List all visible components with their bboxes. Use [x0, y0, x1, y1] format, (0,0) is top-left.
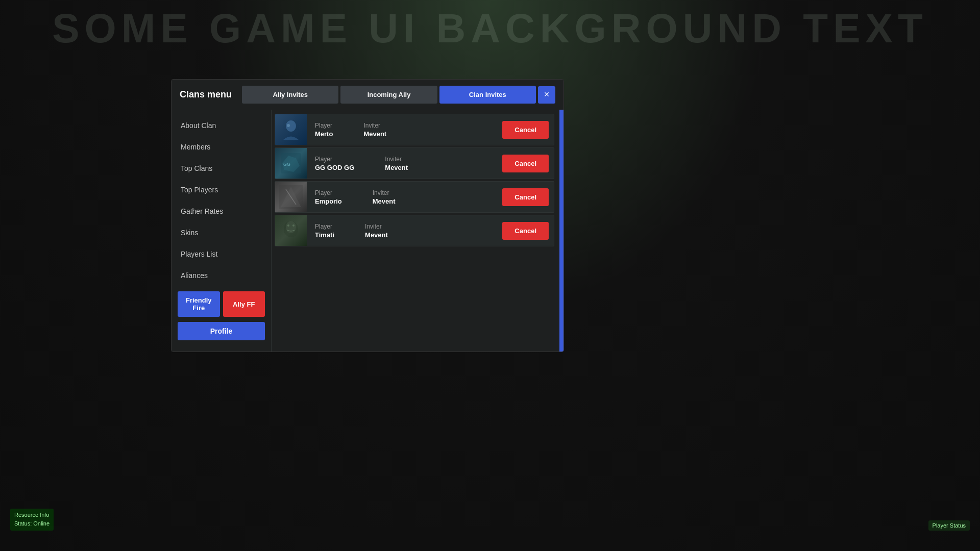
avatar [275, 114, 307, 145]
cancel-button[interactable]: Cancel [502, 121, 549, 139]
tab-ally-invites[interactable]: Ally Invites [242, 86, 338, 104]
inviter-name: Mevent [373, 197, 396, 205]
modal-title: Clans menu [180, 89, 242, 100]
svg-point-9 [287, 224, 289, 227]
invite-row: Player Timati Inviter Mevent Cancel [275, 215, 554, 246]
modal-tabs: Ally Invites Incoming Ally Clan Invites [242, 86, 536, 104]
cancel-button[interactable]: Cancel [502, 188, 549, 206]
player-label: Player [315, 156, 354, 163]
avatar-image-ggod: GG [275, 147, 307, 179]
svg-text:GG: GG [283, 162, 290, 167]
inviter-label: Inviter [363, 122, 386, 129]
modal-body: About Clan Members Top Clans Top Players… [172, 110, 564, 352]
player-name: Timati [315, 231, 334, 239]
inviter-name: Mevent [365, 231, 388, 239]
avatar [275, 181, 307, 213]
clans-modal: Clans menu Ally Invites Incoming Ally Cl… [171, 79, 564, 352]
invite-info: Player GG GOD GG Inviter Mevent [307, 156, 502, 171]
player-label: Player [315, 189, 342, 196]
invite-list: Player Merto Inviter Mevent Cancel [275, 114, 560, 246]
inviter-name: Mevent [385, 164, 408, 171]
invite-row: Player Merto Inviter Mevent Cancel [275, 114, 554, 145]
bottom-right-hud: Player Status [928, 520, 970, 531]
cancel-button[interactable]: Cancel [502, 155, 549, 172]
avatar-image-emporio [275, 181, 307, 213]
scrollbar[interactable] [559, 110, 564, 352]
friendly-fire-button[interactable]: Friendly Fire [178, 291, 220, 317]
sidebar-action-buttons: Friendly Fire Ally FF [172, 286, 271, 320]
invite-inviter: Inviter Mevent [373, 189, 396, 205]
invite-info: Player Emporio Inviter Mevent [307, 189, 502, 205]
svg-point-1 [287, 124, 290, 127]
avatar [275, 215, 307, 246]
player-label: Player [315, 122, 333, 129]
player-name: Merto [315, 130, 333, 138]
sidebar-item-top-clans[interactable]: Top Clans [172, 158, 271, 179]
sidebar-item-top-players[interactable]: Top Players [172, 179, 271, 201]
invite-info: Player Merto Inviter Mevent [307, 122, 502, 138]
sidebar-item-members[interactable]: Members [172, 136, 271, 158]
invite-player: Player Emporio [315, 189, 342, 205]
player-name: GG GOD GG [315, 164, 354, 171]
tab-clan-invites[interactable]: Clan Invites [439, 86, 536, 104]
inviter-label: Inviter [365, 223, 388, 230]
sidebar: About Clan Members Top Clans Top Players… [172, 110, 271, 352]
sidebar-item-about-clan[interactable]: About Clan [172, 115, 271, 136]
tab-incoming-ally[interactable]: Incoming Ally [340, 86, 437, 104]
invite-info: Player Timati Inviter Mevent [307, 223, 502, 239]
avatar: GG [275, 147, 307, 179]
sidebar-item-aliances[interactable]: Aliances [172, 265, 271, 286]
cancel-button[interactable]: Cancel [502, 222, 549, 240]
modal-close-button[interactable]: × [538, 86, 555, 104]
sidebar-item-players-list[interactable]: Players List [172, 243, 271, 265]
inviter-label: Inviter [385, 156, 408, 163]
inviter-label: Inviter [373, 189, 396, 196]
invite-player: Player GG GOD GG [315, 156, 354, 171]
invite-inviter: Inviter Mevent [385, 156, 408, 171]
invite-player: Player Merto [315, 122, 333, 138]
invite-inviter: Inviter Mevent [363, 122, 386, 138]
sidebar-item-skins[interactable]: Skins [172, 222, 271, 243]
ally-ff-button[interactable]: Ally FF [223, 291, 265, 317]
profile-button[interactable]: Profile [178, 322, 265, 340]
background-title: SOME GAME UI BACKGROUND TEXT [52, 0, 928, 52]
modal-header: Clans menu Ally Invites Incoming Ally Cl… [172, 80, 564, 110]
content-area: Player Merto Inviter Mevent Cancel [272, 110, 564, 352]
svg-point-10 [292, 224, 295, 227]
sidebar-item-gather-rates[interactable]: Gather Rates [172, 201, 271, 222]
player-label: Player [315, 223, 334, 230]
invite-inviter: Inviter Mevent [365, 223, 388, 239]
invite-row: Player Emporio Inviter Mevent Cancel [275, 181, 554, 213]
inviter-name: Mevent [363, 130, 386, 138]
invite-row: GG Player GG GOD GG Inviter Mevent [275, 147, 554, 179]
avatar-image-timati [275, 215, 307, 246]
invite-player: Player Timati [315, 223, 334, 239]
player-name: Emporio [315, 197, 342, 205]
avatar-image-merto [275, 114, 307, 145]
bottom-left-hud: Resource Info Status: Online [10, 509, 54, 531]
